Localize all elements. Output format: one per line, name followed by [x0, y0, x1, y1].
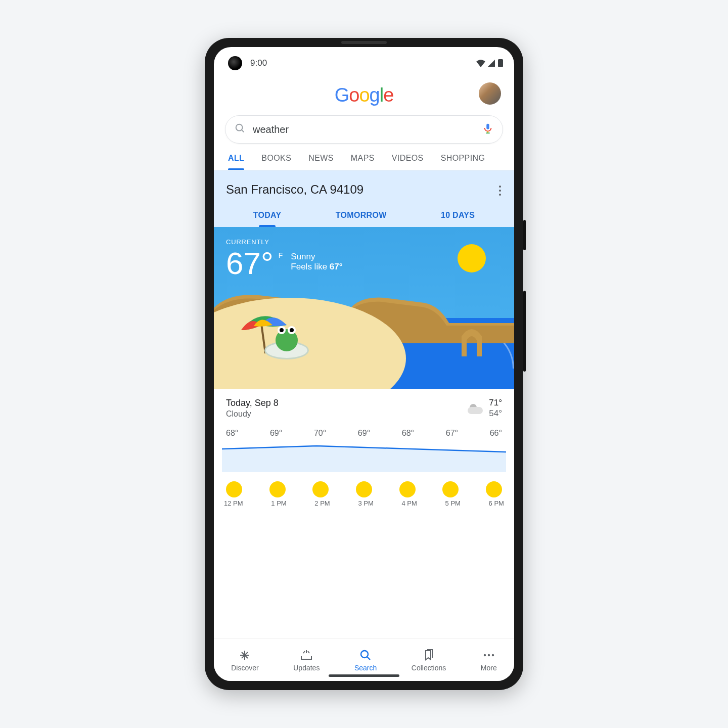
search-category-tabs: ALL BOOKS NEWS MAPS VIDEOS SHOPPING — [214, 148, 514, 170]
tab-tomorrow[interactable]: TOMORROW — [336, 211, 387, 227]
profile-avatar[interactable] — [479, 82, 501, 105]
rock-arch-illustration — [460, 326, 484, 358]
power-button[interactable] — [523, 220, 526, 250]
nav-discover[interactable]: Discover — [231, 649, 258, 672]
weather-range-tabs: TODAY TOMORROW 10 DAYS — [226, 211, 502, 227]
google-logo[interactable]: Google — [335, 84, 394, 106]
voice-search-icon[interactable] — [482, 123, 493, 136]
current-condition: Sunny — [291, 252, 342, 262]
svg-line-7 — [368, 657, 371, 660]
tab-today[interactable]: TODAY — [253, 211, 282, 227]
today-date: Today, Sep 8 — [226, 398, 279, 408]
sunny-icon — [442, 481, 459, 497]
volume-button[interactable] — [523, 291, 526, 372]
tab-maps[interactable]: MAPS — [351, 154, 375, 170]
current-temperature: 67° — [226, 248, 274, 279]
battery-icon — [498, 59, 503, 67]
sunny-icon — [269, 481, 286, 497]
nav-collections[interactable]: Collections — [412, 649, 446, 672]
tray-icon — [300, 649, 313, 662]
svg-line-1 — [242, 130, 244, 132]
hourly-times: 12 PM 1 PM 2 PM 3 PM 4 PM 5 PM 6 PM — [219, 497, 509, 507]
tab-shopping[interactable]: SHOPPING — [441, 154, 485, 170]
svg-point-0 — [236, 124, 243, 131]
chart-value-labels: 68° 69° 70° 69° 68° 67° 66° — [222, 429, 506, 440]
sunny-icon — [486, 481, 502, 497]
nav-search[interactable]: Search — [354, 649, 377, 672]
phone-frame: 9:00 Google weather — [205, 38, 523, 690]
cellular-icon — [488, 60, 495, 67]
currently-label: CURRENTLY — [226, 238, 343, 246]
bookmarks-icon — [423, 649, 434, 662]
temperature-unit: F — [279, 252, 283, 259]
temperature-line — [222, 440, 506, 472]
search-query[interactable]: weather — [253, 124, 482, 135]
app-header: Google — [214, 79, 514, 109]
weather-header: San Francisco, CA 94109 TODAY TOMORROW 1… — [214, 170, 514, 227]
svg-point-9 — [488, 654, 490, 656]
today-low: 54° — [489, 408, 502, 419]
nav-more[interactable]: More — [481, 649, 497, 672]
search-box[interactable]: weather — [225, 115, 503, 144]
svg-rect-2 — [486, 124, 489, 129]
cloudy-icon — [468, 403, 484, 414]
screen: 9:00 Google weather — [214, 47, 514, 681]
tab-10days[interactable]: 10 DAYS — [441, 211, 475, 227]
sunny-icon — [399, 481, 416, 497]
sunny-icon — [226, 481, 242, 497]
overflow-menu-icon[interactable] — [496, 183, 504, 199]
wifi-icon — [476, 59, 486, 67]
status-bar: 9:00 — [214, 47, 514, 79]
front-camera — [228, 56, 242, 70]
frog-illustration — [264, 341, 309, 359]
hourly-forecast[interactable]: 12 PM 1 PM 2 PM 3 PM 4 PM 5 PM 6 PM — [214, 476, 514, 507]
sunny-icon — [356, 481, 372, 497]
more-icon — [483, 649, 495, 662]
today-high: 71° — [489, 398, 502, 408]
tab-books[interactable]: BOOKS — [261, 154, 291, 170]
sunny-icon — [312, 481, 329, 497]
sparkle-icon — [239, 649, 251, 662]
status-icons — [476, 59, 503, 67]
tab-all[interactable]: ALL — [228, 154, 244, 170]
sun-icon — [458, 244, 486, 272]
hourly-temperature-chart[interactable]: 68° 69° 70° 69° 68° 67° 66° — [214, 424, 514, 476]
weather-hero: CURRENTLY 67° F Sunny Feels like 67° — [214, 227, 514, 389]
svg-point-6 — [361, 651, 368, 658]
gesture-bar[interactable] — [329, 674, 399, 677]
status-time: 9:00 — [250, 58, 267, 68]
feels-like: Feels like 67° — [291, 262, 342, 272]
svg-point-8 — [484, 654, 486, 656]
tab-news[interactable]: NEWS — [308, 154, 334, 170]
results-content[interactable]: San Francisco, CA 94109 TODAY TOMORROW 1… — [214, 170, 514, 639]
today-condition: Cloudy — [226, 410, 279, 419]
search-icon — [359, 649, 372, 662]
hourly-icons — [219, 481, 509, 497]
svg-point-10 — [492, 654, 494, 656]
tab-videos[interactable]: VIDEOS — [392, 154, 424, 170]
weather-location: San Francisco, CA 94109 — [226, 183, 502, 197]
today-summary: Today, Sep 8 Cloudy 71° 54° — [214, 389, 514, 424]
weather-card: San Francisco, CA 94109 TODAY TOMORROW 1… — [214, 170, 514, 507]
nav-updates[interactable]: Updates — [293, 649, 320, 672]
search-icon — [235, 123, 246, 136]
